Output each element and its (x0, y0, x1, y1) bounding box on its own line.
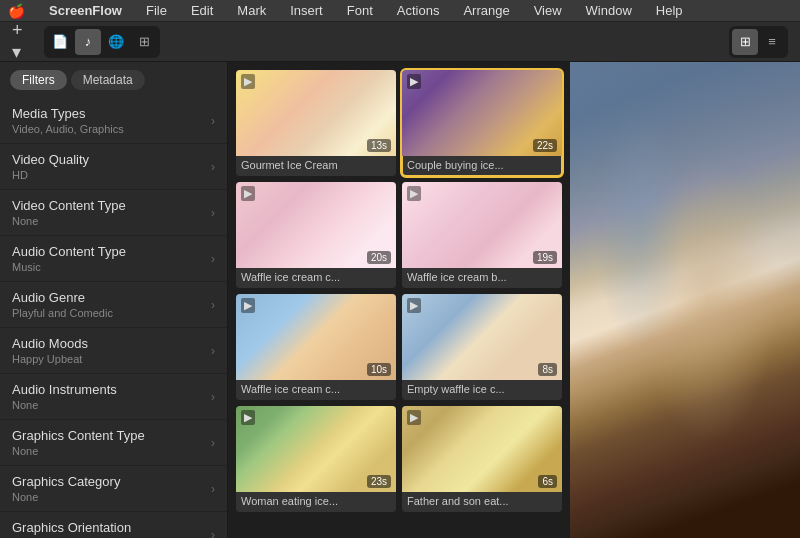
audio-icon[interactable]: ♪ (75, 29, 101, 55)
media-thumb-4: ▶ 10s (236, 294, 396, 380)
video-icon: ▶ (241, 298, 255, 313)
filter-metadata-tabs: Filters Metadata (0, 62, 227, 98)
media-thumb-1: ▶ 22s (402, 70, 562, 156)
media-item-2[interactable]: ▶ 20s Waffle ice cream c... (236, 182, 396, 288)
chevron-icon: › (211, 528, 215, 539)
sidebar-label-audio-instruments: Audio Instruments (12, 382, 117, 397)
media-label-6: Woman eating ice... (236, 492, 396, 512)
media-item-1[interactable]: ▶ 22s Couple buying ice... (402, 70, 562, 176)
media-label-4: Waffle ice cream c... (236, 380, 396, 400)
grid-view-button[interactable]: ⊞ (732, 29, 758, 55)
media-label-3: Waffle ice cream b... (402, 268, 562, 288)
stock-media-icon[interactable]: 📄 (47, 29, 73, 55)
sidebar-label-graphics-category: Graphics Category (12, 474, 120, 489)
chevron-icon: › (211, 252, 215, 266)
video-icon: ▶ (241, 74, 255, 89)
grid-icon[interactable]: ⊞ (131, 29, 157, 55)
chevron-icon: › (211, 298, 215, 312)
menu-edit[interactable]: Edit (187, 3, 217, 18)
sidebar-value-audio-genre: Playful and Comedic (12, 307, 113, 319)
sidebar-item-media-types[interactable]: Media Types Video, Audio, Graphics › (0, 98, 227, 144)
menu-insert[interactable]: Insert (286, 3, 327, 18)
media-grid-area: ▶ 13s Gourmet Ice Cream ▶ 22s Couple buy… (228, 62, 570, 538)
chevron-icon: › (211, 114, 215, 128)
chevron-icon: › (211, 160, 215, 174)
menu-arrange[interactable]: Arrange (459, 3, 513, 18)
media-grid: ▶ 13s Gourmet Ice Cream ▶ 22s Couple buy… (236, 70, 562, 512)
media-label-2: Waffle ice cream c... (236, 268, 396, 288)
media-duration-2: 20s (367, 251, 391, 264)
media-duration-6: 23s (367, 475, 391, 488)
web-icon[interactable]: 🌐 (103, 29, 129, 55)
media-duration-7: 6s (538, 475, 557, 488)
sidebar-label-graphics-orientation: Graphics Orientation (12, 520, 131, 535)
chevron-icon: › (211, 436, 215, 450)
media-thumb-6: ▶ 23s (236, 406, 396, 492)
media-duration-4: 10s (367, 363, 391, 376)
media-item-4[interactable]: ▶ 10s Waffle ice cream c... (236, 294, 396, 400)
sidebar-value-video-quality: HD (12, 169, 89, 181)
menu-view[interactable]: View (530, 3, 566, 18)
add-button[interactable]: + ▾ (12, 30, 36, 54)
media-label-0: Gourmet Ice Cream (236, 156, 396, 176)
sidebar-item-audio-content-type[interactable]: Audio Content Type Music › (0, 236, 227, 282)
media-duration-1: 22s (533, 139, 557, 152)
video-icon: ▶ (407, 74, 421, 89)
sidebar-label-audio-content-type: Audio Content Type (12, 244, 126, 259)
menu-actions[interactable]: Actions (393, 3, 444, 18)
video-icon: ▶ (241, 186, 255, 201)
tab-filters[interactable]: Filters (10, 70, 67, 90)
media-item-3[interactable]: ▶ 19s Waffle ice cream b... (402, 182, 562, 288)
sidebar-item-audio-moods[interactable]: Audio Moods Happy Upbeat › (0, 328, 227, 374)
menubar: 🍎 ScreenFlow File Edit Mark Insert Font … (0, 0, 800, 22)
toolbar: + ▾ 📄 ♪ 🌐 ⊞ ⊞ ≡ (0, 22, 800, 62)
sidebar-item-audio-instruments[interactable]: Audio Instruments None › (0, 374, 227, 420)
media-duration-3: 19s (533, 251, 557, 264)
sidebar-value-audio-content-type: Music (12, 261, 126, 273)
menu-help[interactable]: Help (652, 3, 687, 18)
media-thumb-5: ▶ 8s (402, 294, 562, 380)
sidebar-value-media-types: Video, Audio, Graphics (12, 123, 124, 135)
sidebar-value-video-content-type: None (12, 215, 126, 227)
video-icon: ▶ (241, 410, 255, 425)
sidebar-label-audio-moods: Audio Moods (12, 336, 88, 351)
media-item-0[interactable]: ▶ 13s Gourmet Ice Cream (236, 70, 396, 176)
menu-mark[interactable]: Mark (233, 3, 270, 18)
media-item-6[interactable]: ▶ 23s Woman eating ice... (236, 406, 396, 512)
sidebar-item-video-quality[interactable]: Video Quality HD › (0, 144, 227, 190)
media-duration-5: 8s (538, 363, 557, 376)
sidebar-value-audio-moods: Happy Upbeat (12, 353, 88, 365)
video-icon: ▶ (407, 410, 421, 425)
sidebar-item-audio-genre[interactable]: Audio Genre Playful and Comedic › (0, 282, 227, 328)
sidebar-item-video-content-type[interactable]: Video Content Type None › (0, 190, 227, 236)
tab-metadata[interactable]: Metadata (71, 70, 145, 90)
video-icon: ▶ (407, 298, 421, 313)
media-item-7[interactable]: ▶ 6s Father and son eat... (402, 406, 562, 512)
preview-image (570, 62, 800, 538)
view-toggle-group: ⊞ ≡ (729, 26, 788, 58)
sidebar-value-graphics-content-type: None (12, 445, 145, 457)
media-item-5[interactable]: ▶ 8s Empty waffle ice c... (402, 294, 562, 400)
chevron-icon: › (211, 344, 215, 358)
chevron-icon: › (211, 482, 215, 496)
menu-window[interactable]: Window (582, 3, 636, 18)
main-content: Filters Metadata Media Types Video, Audi… (0, 62, 800, 538)
sidebar-label-media-types: Media Types (12, 106, 124, 121)
chevron-icon: › (211, 390, 215, 404)
menu-file[interactable]: File (142, 3, 171, 18)
sidebar-item-graphics-category[interactable]: Graphics Category None › (0, 466, 227, 512)
sidebar-label-video-content-type: Video Content Type (12, 198, 126, 213)
sidebar-item-graphics-orientation[interactable]: Graphics Orientation None › (0, 512, 227, 538)
sidebar-item-graphics-content-type[interactable]: Graphics Content Type None › (0, 420, 227, 466)
apple-logo-icon: 🍎 (8, 3, 25, 19)
media-thumb-7: ▶ 6s (402, 406, 562, 492)
list-view-button[interactable]: ≡ (759, 29, 785, 55)
sidebar-label-video-quality: Video Quality (12, 152, 89, 167)
media-label-5: Empty waffle ice c... (402, 380, 562, 400)
sidebar: Filters Metadata Media Types Video, Audi… (0, 62, 228, 538)
sidebar-label-audio-genre: Audio Genre (12, 290, 113, 305)
menu-font[interactable]: Font (343, 3, 377, 18)
app-name[interactable]: ScreenFlow (45, 3, 126, 18)
preview-panel (570, 62, 800, 538)
media-type-icons: 📄 ♪ 🌐 ⊞ (44, 26, 160, 58)
